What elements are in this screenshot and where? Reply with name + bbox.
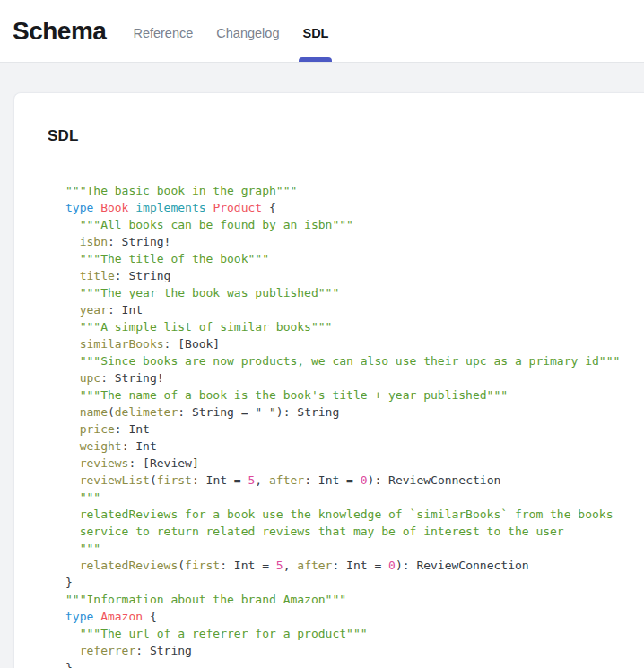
- code-line: title: String: [65, 267, 644, 284]
- code-line: relatedReviews for a book use the knowle…: [65, 506, 644, 523]
- tab-reference-label: Reference: [133, 26, 193, 40]
- sdl-card: SDL """The basic book in the graph"""typ…: [13, 92, 644, 668]
- code-line: referrer: String: [65, 642, 644, 659]
- code-line: """Since books are now products, we can …: [65, 352, 644, 369]
- schema-header: Schema Reference Changelog SDL: [0, 0, 644, 63]
- tab-changelog[interactable]: Changelog: [216, 0, 279, 62]
- code-line: """The name of a book is the book's titl…: [65, 386, 644, 403]
- tab-reference[interactable]: Reference: [133, 0, 193, 62]
- code-line: name(delimeter: String = " "): String: [65, 403, 644, 421]
- sdl-card-heading: SDL: [48, 127, 644, 145]
- main-area: SDL """The basic book in the graph"""typ…: [0, 63, 644, 668]
- code-line: year: Int: [65, 301, 644, 318]
- code-line: weight: Int: [65, 438, 644, 455]
- code-line: type Amazon {: [65, 608, 644, 625]
- code-line: type Book implements Product {: [65, 199, 644, 216]
- tab-bar: Reference Changelog SDL: [133, 0, 328, 62]
- code-line: upc: String!: [65, 369, 644, 386]
- code-line: }: [65, 659, 644, 668]
- code-line: reviewList(first: Int = 5, after: Int = …: [65, 472, 644, 489]
- code-line: """: [65, 489, 644, 506]
- page-title: Schema: [13, 17, 106, 46]
- code-line: service to return related reviews that m…: [65, 523, 644, 540]
- sdl-code: """The basic book in the graph"""type Bo…: [65, 182, 644, 668]
- code-line: """The year the book was published""": [65, 284, 644, 301]
- code-line: """Information about the brand Amazon""": [65, 591, 644, 608]
- code-line: """The url of a referrer for a product""…: [65, 625, 644, 642]
- code-line: isbn: String!: [65, 233, 644, 250]
- code-line: """The title of the book""": [65, 250, 644, 267]
- code-line: """A simple list of similar books""": [65, 318, 644, 335]
- code-line: relatedReviews(first: Int = 5, after: In…: [65, 557, 644, 574]
- active-tab-underline: [299, 57, 332, 62]
- code-line: """: [65, 540, 644, 557]
- code-line: reviews: [Review]: [65, 455, 644, 472]
- code-line: """The basic book in the graph""": [65, 182, 644, 199]
- code-line: price: Int: [65, 421, 644, 438]
- code-line: }: [65, 574, 644, 591]
- tab-changelog-label: Changelog: [216, 26, 279, 40]
- code-line: """All books can be found by an isbn""": [65, 216, 644, 233]
- code-line: similarBooks: [Book]: [65, 335, 644, 352]
- tab-sdl-label: SDL: [302, 26, 328, 40]
- tab-sdl[interactable]: SDL: [302, 0, 328, 62]
